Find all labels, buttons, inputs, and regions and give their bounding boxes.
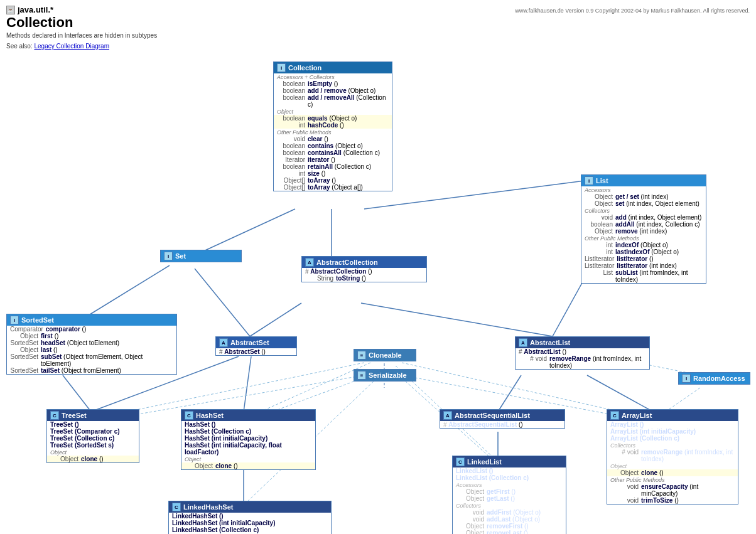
sortedset-comparator: Comparatorcomparator (): [7, 326, 176, 333]
linkedlist-icon: C: [456, 457, 465, 466]
sortedset-title: SortedSet: [21, 316, 54, 324]
abstractset-title: AbstractSet: [230, 339, 269, 346]
sortedset-icon: I: [10, 316, 19, 324]
sortedset-subSet: SortedSetsubSet (Object fromElement, Obj…: [7, 353, 176, 367]
method-addAll-removeAll: booleanadd / removeAll (Collection c): [274, 94, 392, 108]
linkedlist-title: LinkedList: [467, 458, 502, 466]
randomaccess-header: I RandomAccess: [679, 373, 750, 384]
svg-line-2: [364, 178, 609, 209]
linkedhashset-box: C LinkedHashSet LinkedHashSet () LinkedH…: [168, 501, 332, 534]
treeset-header: C TreeSet: [47, 410, 139, 421]
treeset-box: C TreeSet TreeSet () TreeSet (Comparator…: [46, 409, 139, 463]
copyright: www.falkhausen.de Version 0.9 Copyright …: [515, 8, 750, 14]
randomaccess-title: RandomAccess: [693, 375, 745, 382]
treeset-title: TreeSet: [62, 412, 87, 419]
list-method-remove: Objectremove (int index): [581, 228, 706, 235]
title-block: ☕ java.util.* Collection Methods declare…: [6, 5, 157, 50]
method-toArray2: Object[]toArray (Object a[]): [274, 184, 392, 191]
linkedhashset-ctor1: LinkedHashSet (): [169, 513, 331, 520]
sortedset-headSet: SortedSetheadSet (Object toElement): [7, 339, 176, 346]
svg-line-6: [195, 269, 250, 336]
arraylist-trimToSize: voidtrimToSize (): [607, 497, 738, 504]
hashset-title: HashSet: [196, 412, 224, 419]
svg-line-11: [498, 375, 521, 412]
sortedset-box: I SortedSet Comparatorcomparator () Obje…: [6, 314, 177, 375]
hashset-ctor4: HashSet (int initialCapacity, float load…: [181, 442, 315, 456]
svg-line-10: [63, 375, 91, 412]
linkedlist-addLast: void addLast (Object o): [453, 516, 566, 523]
java-package: java.util.*: [18, 5, 53, 14]
arraylist-box: C ArrayList ArrayList () ArrayList (int …: [607, 409, 738, 505]
list-method-add: voidadd (int index, Object element): [581, 214, 706, 221]
diagram-area: I Collection Accessors + Collectors bool…: [0, 55, 756, 534]
linkedlist-ctor1: LinkedList (): [453, 467, 566, 474]
list-method-addAll: booleanaddAll (int index, Collection c): [581, 221, 706, 228]
linkedhashset-header: C LinkedHashSet: [169, 501, 331, 513]
list-method-subList: ListsubList (int fromIndex, int toIndex): [581, 269, 706, 283]
svg-line-1: [200, 209, 295, 253]
arraylist-header: C ArrayList: [607, 410, 738, 421]
linkedlist-getFirst: Object getFirst (): [453, 488, 566, 495]
method-contains: booleancontains (Object o): [274, 142, 392, 149]
arraylist-clone: Objectclone (): [607, 469, 738, 476]
legacy-link[interactable]: Legacy Collection Diagram: [34, 43, 109, 50]
sortedset-first: Objectfirst (): [7, 333, 176, 339]
java-icon: ☕: [6, 6, 15, 14]
method-retainAll: booleanretainAll (Collection c): [274, 163, 392, 170]
sortedset-tailSet: SortedSettailSet (Object fromElement): [7, 367, 176, 374]
abstractcollection-constructor: # AbstractCollection (): [302, 268, 426, 275]
list-icon: I: [585, 176, 593, 185]
cloneable-icon: ≡: [357, 351, 366, 360]
abstractset-icon: A: [219, 338, 228, 347]
see-also: See also: Legacy Collection Diagram: [6, 43, 157, 50]
svg-line-25: [666, 388, 700, 412]
linkedlist-removeLast: Object removeLast (): [453, 530, 566, 534]
abstractsequentiallist-header: A AbstractSequentialList: [440, 410, 564, 421]
treeset-ctor4: TreeSet (SortedSet s): [47, 442, 139, 449]
serializable-title: Serializable: [369, 371, 407, 379]
abstractset-header: A AbstractSet: [216, 337, 296, 348]
subtitle-text: Methods declared in Interfaces are hidde…: [6, 32, 157, 39]
hashset-clone: Objectclone (): [181, 462, 315, 469]
list-method-listIterator1: ListIteratorlistIterator (): [581, 255, 706, 262]
sortedset-last: Objectlast (): [7, 346, 176, 353]
collection-header: I Collection: [274, 62, 392, 73]
abstractcollection-header: A AbstractCollection: [302, 257, 426, 268]
abstractcollection-title: AbstractCollection: [316, 259, 378, 266]
svg-line-8: [244, 356, 251, 412]
abstractsequentiallist-icon: A: [443, 411, 452, 420]
java-title: ☕ java.util.*: [6, 5, 157, 14]
abstractlist-box: A AbstractList # AbstractList () # voidr…: [515, 336, 650, 370]
cloneable-box: ≡ Cloneable: [354, 349, 416, 361]
abstractcollection-box: A AbstractCollection # AbstractCollectio…: [301, 256, 427, 282]
arraylist-ctor2: ArrayList (int initialCapacity): [607, 428, 738, 435]
list-method-set: Objectset (int index, Object element): [581, 200, 706, 207]
linkedlist-removeFirst: Object removeFirst (): [453, 523, 566, 530]
serializable-box: ≡ Serializable: [354, 369, 416, 382]
page-header: ☕ java.util.* Collection Methods declare…: [0, 0, 756, 52]
treeset-ctor2: TreeSet (Comparator c): [47, 428, 139, 435]
treeset-ctor1: TreeSet (): [47, 421, 139, 428]
abstractsequentiallist-box: A AbstractSequentialList # AbstractSeque…: [440, 409, 565, 429]
list-method-get: Objectget / set (int index): [581, 193, 706, 200]
abstractlist-constructor: # AbstractList (): [516, 348, 649, 355]
treeset-icon: C: [50, 411, 59, 420]
abstractset-constructor: # AbstractSet (): [216, 348, 296, 355]
method-iterator: Iteratoriterator (): [274, 156, 392, 163]
svg-line-3: [250, 303, 301, 336]
abstractlist-removeRange: # voidremoveRange (int fromIndex, int to…: [516, 355, 649, 369]
list-header: I List: [581, 175, 706, 186]
abstractcollection-icon: A: [305, 258, 314, 267]
randomaccess-icon: I: [682, 374, 691, 383]
hashset-box: C HashSet HashSet () HashSet (Collection…: [181, 409, 316, 470]
arraylist-title: ArrayList: [622, 412, 652, 419]
hashset-header: C HashSet: [181, 410, 315, 421]
set-box: I Set: [160, 250, 242, 262]
abstractcollection-toString: StringtoString (): [302, 275, 426, 282]
linkedlist-addFirst: void addFirst (Object o): [453, 509, 566, 516]
collection-accessors-label: Accessors + Collectors: [274, 73, 392, 80]
svg-line-4: [361, 303, 553, 336]
abstractlist-header: A AbstractList: [516, 337, 649, 348]
method-equals: booleanequals (Object o): [274, 115, 392, 122]
arraylist-ctor3: ArrayList (Collection c): [607, 435, 738, 442]
